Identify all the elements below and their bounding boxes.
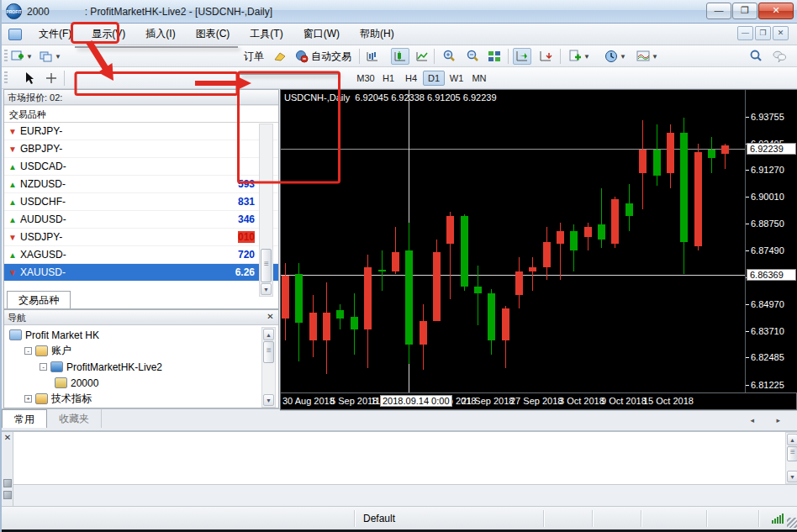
terminal-close-icon[interactable]: ✕ <box>3 434 13 444</box>
toolbar-grip[interactable] <box>4 50 8 63</box>
zoom-in-button[interactable] <box>440 48 458 65</box>
navigator-tabs: 常用收藏夹 <box>2 408 280 430</box>
cursor-button[interactable] <box>20 70 39 87</box>
menubar-item-F[interactable]: 文件(F) <box>29 24 82 45</box>
menubar-item-C[interactable]: 图表(C) <box>186 24 240 45</box>
bid-value: 6.26 <box>235 266 255 278</box>
profiles-button[interactable]: ▼ <box>37 48 64 65</box>
menubar-item-I[interactable]: 插入(I) <box>135 24 185 45</box>
nav-tree-item-[interactable]: +技术指标 <box>8 391 278 407</box>
tile-windows-button[interactable] <box>485 48 504 65</box>
symbol-label: USDCHF- <box>20 196 66 208</box>
period-button-H1[interactable]: H1 <box>377 71 399 86</box>
line-chart-icon <box>415 50 429 63</box>
time-axis-label: 30 Aug 2018 <box>282 396 335 406</box>
market-watch-row-XAUUSD-[interactable]: ▼XAUUSD-6.26 <box>4 264 278 282</box>
candle <box>667 133 674 173</box>
chart-area[interactable]: USDCNH-,Daily 6.92045 6.92338 6.91205 6.… <box>280 89 797 393</box>
child-minimize-button[interactable]: — <box>737 26 753 40</box>
menubar-item-H[interactable]: 帮助(H) <box>350 24 404 45</box>
market-watch-row-USDCHF-[interactable]: ▲USDCHF-831 <box>4 193 278 211</box>
market-watch-row-NZDUSD-[interactable]: ▲NZDUSD-593 <box>4 176 278 193</box>
symbol-column-header[interactable]: 交易品种 <box>4 105 278 123</box>
profile-name[interactable]: Default <box>355 510 544 527</box>
menubar-item-V[interactable]: 显示(V) <box>82 24 135 45</box>
periods-button[interactable]: ▼ <box>602 48 629 65</box>
templates-button[interactable]: ▼ <box>566 48 593 65</box>
zoom-out-button[interactable] <box>463 48 482 65</box>
price-axis[interactable]: 6.937556.924956.912706.900106.887506.874… <box>745 90 797 392</box>
scroll-down-button[interactable]: ▼ <box>263 394 274 406</box>
tree-expander-icon[interactable]: - <box>24 347 32 355</box>
new-chart-button[interactable]: ▼ <box>8 48 35 65</box>
dock-handle-icon[interactable] <box>3 479 12 487</box>
close-button[interactable]: ✕ <box>758 3 794 19</box>
chart-plot[interactable] <box>281 90 745 392</box>
scroll-up-button[interactable]: ▲ <box>263 329 274 340</box>
candle <box>405 250 413 345</box>
restore-button[interactable]: ❐ <box>732 3 757 19</box>
price-axis-label: 6.93755 <box>751 112 784 122</box>
autotrading-button[interactable]: 自动交易 <box>293 48 354 65</box>
menubar-item-T[interactable]: 工具(T) <box>240 24 293 45</box>
time-axis-label: 15 Oct 2018 <box>643 396 694 406</box>
market-watch-row-USDCAD-[interactable]: ▲USDCAD- <box>4 158 278 176</box>
application-window: PROFIT 2000 : ProfitMarketHK-Live2 - [US… <box>0 0 797 532</box>
autotrading-label: 自动交易 <box>311 50 351 64</box>
candle <box>502 308 509 340</box>
period-button-D1[interactable]: D1 <box>423 71 445 86</box>
period-button-W1[interactable]: W1 <box>446 71 467 86</box>
scrollbar-thumb[interactable] <box>787 446 797 461</box>
scroll-up-button[interactable]: ▲ <box>787 434 797 445</box>
scroll-down-button[interactable]: ▼ <box>787 471 797 482</box>
chat-button[interactable] <box>770 48 789 65</box>
search-button[interactable] <box>747 48 765 65</box>
nav-tree-item-[interactable]: -账户 <box>8 343 278 359</box>
scrollbar-thumb[interactable] <box>261 249 272 282</box>
child-restore-button[interactable]: ❐ <box>755 26 771 40</box>
candle <box>639 150 647 173</box>
line-chart-button[interactable] <box>413 48 431 65</box>
menubar-item-W[interactable]: 窗口(W) <box>293 24 350 45</box>
market-watch-row-AUDUSD-[interactable]: ▲AUDUSD-346 <box>4 211 278 229</box>
terminal-scrollbar[interactable]: ▲ ▼ <box>785 432 797 484</box>
tab-scroll-arrows[interactable]: ◂ ▸ <box>750 416 790 424</box>
nav-tree-item-ProfitMarketHKLive2[interactable]: -ProfitMarketHK-Live2 <box>8 359 278 375</box>
market-watch-symbols-tab[interactable]: 交易品种 <box>7 291 71 308</box>
tree-expander-icon[interactable]: - <box>40 363 47 371</box>
chart-shift-button[interactable] <box>513 48 531 65</box>
period-button-M30[interactable]: M30 <box>355 71 377 86</box>
market-watch-scrollbar[interactable]: ▼ <box>259 124 273 297</box>
market-watch-header: 市场报价: 02: <box>4 90 278 105</box>
crosshair-button[interactable] <box>42 70 61 87</box>
minimize-button[interactable]: — <box>706 3 731 19</box>
auto-scroll-button[interactable] <box>536 48 555 65</box>
navigator-tab-常用[interactable]: 常用 <box>2 409 47 428</box>
dock-handle-icon[interactable] <box>3 491 12 499</box>
depth-of-market-button[interactable] <box>271 48 289 65</box>
indicators-button[interactable]: ▼ <box>634 48 661 65</box>
scroll-down-button[interactable]: ▼ <box>261 283 272 295</box>
market-watch-row-XAGUSD-[interactable]: ▲XAGUSD-720 <box>4 246 278 264</box>
time-axis[interactable]: 30 Aug 20185 Sep 201811 Sep 201817 Sep 2… <box>280 393 797 410</box>
period-button-H4[interactable]: H4 <box>400 71 422 86</box>
market-watch-row-EURJPY-[interactable]: ▼EURJPY- <box>4 123 278 140</box>
new-order-button[interactable]: 订单 <box>239 48 267 65</box>
nav-tree-item-20000[interactable]: 20000 <box>8 375 278 391</box>
navigator-close-icon[interactable]: ✕ <box>265 312 276 323</box>
market-watch-row-USDJPY-[interactable]: ▼USDJPY-010 <box>4 229 278 246</box>
navigator-tab-收藏夹[interactable]: 收藏夹 <box>47 409 102 428</box>
toolbar-grip[interactable] <box>4 71 8 85</box>
nav-tree-item-ProfitMarketHK[interactable]: Profit Market HK <box>8 327 278 343</box>
new-order-label: 订单 <box>244 50 264 64</box>
market-watch-row-GBPJPY-[interactable]: ▼GBPJPY- <box>4 140 278 158</box>
period-button-MN[interactable]: MN <box>468 71 490 86</box>
resize-grip[interactable] <box>787 518 797 528</box>
title-account: 2000 <box>27 6 50 18</box>
navigator-scrollbar[interactable]: ▲ ▼ <box>261 327 276 408</box>
tree-expander-icon[interactable]: + <box>24 395 32 403</box>
child-close-button[interactable]: ✕ <box>773 26 789 40</box>
candlestick-button[interactable] <box>391 48 409 65</box>
scrollbar-thumb[interactable] <box>263 341 274 363</box>
bar-chart-button[interactable] <box>363 48 382 65</box>
